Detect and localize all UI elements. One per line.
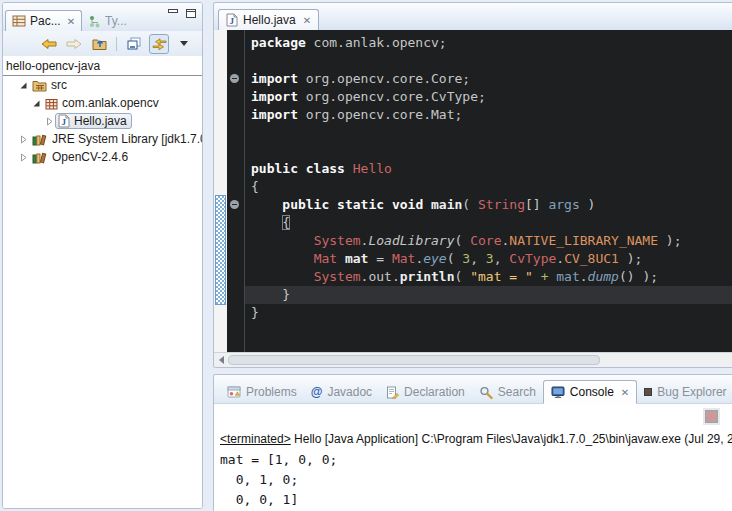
project-tree: srccom.anlak.opencvJHello.javaJRE System…: [3, 76, 202, 166]
code-line[interactable]: {: [251, 214, 732, 232]
console-tabbar: Problems@JavadocDeclarationSearchConsole…: [214, 375, 732, 404]
fold-collapse-icon[interactable]: [230, 74, 239, 83]
editor-tab-hello-java[interactable]: J Hello.java ✕: [218, 9, 319, 30]
code-line[interactable]: Mat mat = Mat.eye( 3, 3, CvType.CV_8UC1 …: [251, 250, 732, 268]
editor-body: package com.anlak.opencv; import org.ope…: [214, 30, 732, 352]
tab-search[interactable]: Search: [472, 381, 543, 403]
fold-collapse-icon[interactable]: [230, 200, 239, 209]
tab-javadoc[interactable]: @Javadoc: [304, 381, 379, 403]
console-view: Problems@JavadocDeclarationSearchConsole…: [213, 374, 732, 511]
tab-label: Problems: [246, 385, 297, 399]
editor-tab-label: Hello.java: [243, 13, 296, 27]
console-output-line: 0, 1, 0;: [220, 470, 732, 490]
console-output[interactable]: mat = [1, 0, 0; 0, 1, 0; 0, 0, 1]: [214, 448, 732, 510]
close-icon[interactable]: ✕: [67, 16, 75, 27]
tree-item-label: com.anlak.opencv: [62, 96, 159, 110]
forward-icon[interactable]: [64, 34, 84, 54]
terminated-label: <terminated>: [220, 432, 291, 446]
tab-label: Search: [498, 385, 536, 399]
library-icon: [32, 151, 48, 164]
back-icon[interactable]: [39, 34, 59, 54]
tab-type-hierarchy[interactable]: Ty...: [82, 11, 133, 31]
code-line[interactable]: System.LoadLibrary( Core.NATIVE_LIBRARY_…: [251, 232, 732, 250]
tree-item-src[interactable]: src: [3, 76, 202, 94]
console-body: <terminated> Hello [Java Application] C:…: [214, 404, 732, 511]
view-window-buttons: [168, 9, 196, 18]
code-line[interactable]: [251, 124, 732, 142]
code-line[interactable]: {: [251, 178, 732, 196]
code-area[interactable]: package com.anlak.opencv; import org.ope…: [245, 30, 732, 352]
code-line[interactable]: package com.anlak.opencv;: [251, 34, 732, 52]
package-icon: [45, 97, 58, 110]
editor-area: J Hello.java ✕ package com.anlak.opencv;…: [213, 2, 732, 368]
tab-problems[interactable]: Problems: [220, 381, 304, 403]
tab-label: Bug Explorer: [657, 385, 726, 399]
code-line[interactable]: import org.opencv.core.Core;: [251, 70, 732, 88]
problems-icon: [227, 386, 241, 398]
collapse-all-icon[interactable]: [124, 34, 144, 54]
code-line[interactable]: [251, 142, 732, 160]
library-icon: [32, 133, 48, 146]
svg-text:J: J: [230, 16, 235, 26]
console-status-rest: Hello [Java Application] C:\Program File…: [291, 432, 732, 446]
code-line[interactable]: [251, 52, 732, 70]
code-line[interactable]: System.out.println( "mat = " + mat.dump(…: [251, 268, 732, 286]
scrollbar-thumb[interactable]: [228, 355, 600, 365]
terminate-icon[interactable]: [705, 410, 718, 423]
tree-item-hello-java[interactable]: JHello.java: [3, 112, 202, 130]
search-icon: [479, 386, 493, 399]
minimize-icon[interactable]: [168, 9, 178, 18]
expanded-arrow-icon[interactable]: [18, 81, 29, 90]
tree-item-jre-system-library-jdk1-7-0[interactable]: JRE System Library [jdk1.7.0: [3, 130, 202, 148]
package-folder-icon: [32, 79, 47, 92]
tree-item-label: JRE System Library [jdk1.7.0: [52, 132, 202, 146]
code-line[interactable]: import org.opencv.core.CvType;: [251, 88, 732, 106]
maximize-icon[interactable]: [186, 9, 196, 18]
tab-console[interactable]: Console✕: [543, 380, 637, 404]
project-root-label[interactable]: hello-opencv-java: [3, 56, 202, 75]
java-file-icon: J: [226, 13, 238, 27]
close-icon[interactable]: ✕: [621, 387, 629, 398]
tab-label: Console: [570, 385, 614, 399]
collapsed-arrow-icon[interactable]: [18, 153, 29, 162]
tree-item-label: src: [51, 78, 67, 92]
toolbar-separator: [116, 37, 117, 51]
code-line[interactable]: public static void main( String[] args ): [251, 196, 732, 214]
up-folder-icon[interactable]: [89, 34, 109, 54]
link-with-editor-icon[interactable]: [149, 34, 169, 54]
expanded-arrow-icon[interactable]: [31, 99, 42, 108]
tab-bug-explorer[interactable]: Bug Explorer: [637, 381, 732, 403]
view-menu-icon[interactable]: [174, 34, 194, 54]
collapsed-arrow-icon[interactable]: [44, 117, 55, 126]
bug-icon: [644, 388, 652, 396]
tab-type-hierarchy-label: Ty...: [105, 14, 127, 28]
tree-item-opencv-2-4-6[interactable]: OpenCV-2.4.6: [3, 148, 202, 166]
type-hierarchy-icon: [88, 15, 101, 28]
code-line[interactable]: }: [245, 286, 732, 304]
tab-declaration[interactable]: Declaration: [379, 381, 472, 403]
console-output-line: mat = [1, 0, 0;: [220, 450, 732, 470]
console-icon: [551, 386, 565, 398]
collapsed-arrow-icon[interactable]: [18, 135, 29, 144]
declaration-icon: [386, 386, 399, 399]
tab-label: Declaration: [404, 385, 465, 399]
package-explorer-icon: [12, 15, 26, 27]
java-file-icon: J: [58, 114, 70, 128]
range-indicator: [215, 195, 226, 305]
javadoc-icon: @: [311, 386, 323, 398]
fold-gutter[interactable]: [227, 30, 245, 352]
code-line[interactable]: import org.opencv.core.Mat;: [251, 106, 732, 124]
horizontal-scrollbar[interactable]: [214, 352, 732, 367]
close-icon[interactable]: ✕: [303, 15, 311, 26]
tree-item-com-anlak-opencv[interactable]: com.anlak.opencv: [3, 94, 202, 112]
tab-package-explorer[interactable]: Pac... ✕: [5, 10, 82, 31]
package-explorer-tree: hello-opencv-java srccom.anlak.opencvJHe…: [3, 56, 202, 509]
annotation-ruler[interactable]: [214, 30, 227, 352]
editor-tabbar: J Hello.java ✕: [214, 3, 732, 30]
tree-item-label: Hello.java: [74, 114, 127, 128]
package-explorer-tabbar: Pac... ✕ Ty...: [3, 3, 202, 31]
code-line[interactable]: }: [251, 304, 732, 322]
code-line[interactable]: public class Hello: [251, 160, 732, 178]
console-output-line: 0, 0, 1]: [220, 490, 732, 510]
scroll-left-arrow-icon[interactable]: [219, 356, 224, 364]
